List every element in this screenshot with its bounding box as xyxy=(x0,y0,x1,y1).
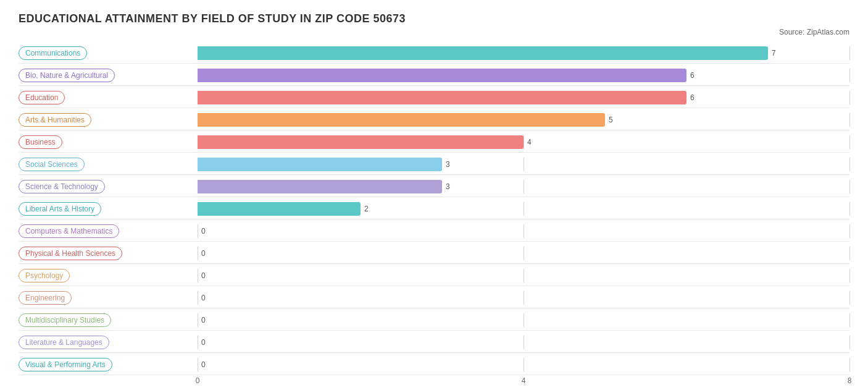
chart-title: EDUCATIONAL ATTAINMENT BY FIELD OF STUDY… xyxy=(19,12,849,25)
grid-line xyxy=(849,313,850,327)
bar-area: 0 xyxy=(198,247,849,260)
field-label: Visual & Performing Arts xyxy=(19,358,112,371)
bar-area: 0 xyxy=(198,269,849,282)
bar-area: 0 xyxy=(198,224,849,238)
bar-label-area: Arts & Humanities xyxy=(19,113,198,127)
bar-value-label: 0 xyxy=(201,249,206,258)
bar-area: 4 xyxy=(198,135,849,149)
bar-area: 3 xyxy=(198,158,849,171)
bar-value-label: 0 xyxy=(201,338,206,347)
field-label: Computers & Mathematics xyxy=(19,224,119,238)
bar-area: 0 xyxy=(198,336,849,349)
bar-row: Psychology0 xyxy=(19,265,849,286)
bar-label-area: Multidisciplinary Studies xyxy=(19,313,198,327)
bar-fill xyxy=(198,202,361,216)
bar-fill xyxy=(198,113,605,127)
x-axis: 048 xyxy=(198,376,849,389)
field-label: Business xyxy=(19,135,62,149)
field-label: Liberal Arts & History xyxy=(19,202,101,216)
bar-value-label: 2 xyxy=(364,205,369,213)
bar-fill xyxy=(198,69,686,82)
field-label: Psychology xyxy=(19,269,70,282)
grid-line xyxy=(849,336,850,349)
bar-area: 6 xyxy=(198,91,849,104)
bar-fill xyxy=(198,158,442,171)
bar-label-area: Engineering xyxy=(19,291,198,305)
bar-row: Arts & Humanities5 xyxy=(19,109,849,130)
chart-container: Communications7Bio, Nature & Agricultura… xyxy=(19,43,849,389)
bar-area: 7 xyxy=(198,46,849,60)
field-label: Education xyxy=(19,91,65,104)
field-label: Literature & Languages xyxy=(19,336,109,349)
bar-label-area: Social Sciences xyxy=(19,158,198,171)
bar-fill xyxy=(198,135,524,149)
bar-label-area: Physical & Health Sciences xyxy=(19,247,198,260)
bar-label-area: Computers & Mathematics xyxy=(19,224,198,238)
bar-area: 2 xyxy=(198,202,849,216)
grid-line xyxy=(849,180,850,193)
bar-value-label: 6 xyxy=(690,71,695,80)
bar-row: Engineering0 xyxy=(19,287,849,308)
bar-fill xyxy=(198,46,768,60)
bar-area: 3 xyxy=(198,180,849,193)
bar-row: Liberal Arts & History2 xyxy=(19,198,849,219)
grid-line xyxy=(849,158,850,171)
bar-row: Communications7 xyxy=(19,43,849,64)
bar-value-label: 3 xyxy=(446,182,450,191)
bar-area: 5 xyxy=(198,113,849,127)
bar-fill xyxy=(198,180,442,193)
field-label: Bio, Nature & Agricultural xyxy=(19,69,115,82)
bar-value-label: 7 xyxy=(772,49,776,57)
x-tick: 8 xyxy=(848,376,852,385)
bar-area: 0 xyxy=(198,358,849,371)
bar-area: 0 xyxy=(198,291,849,305)
bar-row: Social Sciences3 xyxy=(19,154,849,175)
bar-row: Science & Technology3 xyxy=(19,176,849,197)
grid-line xyxy=(849,135,850,149)
bar-value-label: 5 xyxy=(609,116,613,124)
grid-line xyxy=(849,247,850,260)
field-label: Engineering xyxy=(19,291,72,305)
bar-row: Multidisciplinary Studies0 xyxy=(19,310,849,331)
bar-value-label: 0 xyxy=(201,227,206,235)
bar-value-label: 0 xyxy=(201,316,206,324)
bar-value-label: 3 xyxy=(446,160,450,169)
grid-line xyxy=(849,291,850,305)
bar-row: Business4 xyxy=(19,132,849,153)
bar-value-label: 0 xyxy=(201,271,206,280)
bar-value-label: 0 xyxy=(201,360,206,369)
grid-line xyxy=(849,113,850,127)
grid-line xyxy=(849,202,850,216)
bar-area: 6 xyxy=(198,69,849,82)
grid-line xyxy=(849,69,850,82)
bar-label-area: Business xyxy=(19,135,198,149)
bar-label-area: Communications xyxy=(19,46,198,60)
field-label: Science & Technology xyxy=(19,180,105,193)
field-label: Arts & Humanities xyxy=(19,113,91,127)
field-label: Physical & Health Sciences xyxy=(19,247,122,260)
bar-row: Literature & Languages0 xyxy=(19,332,849,353)
source-label: Source: ZipAtlas.com xyxy=(19,28,849,36)
grid-line xyxy=(849,46,850,60)
field-label: Multidisciplinary Studies xyxy=(19,313,111,327)
bar-label-area: Literature & Languages xyxy=(19,336,198,349)
x-tick: 0 xyxy=(196,376,200,385)
bar-label-area: Visual & Performing Arts xyxy=(19,358,198,371)
bar-label-area: Psychology xyxy=(19,269,198,282)
bar-label-area: Bio, Nature & Agricultural xyxy=(19,69,198,82)
bar-label-area: Science & Technology xyxy=(19,180,198,193)
bar-label-area: Liberal Arts & History xyxy=(19,202,198,216)
grid-line xyxy=(849,269,850,282)
field-label: Social Sciences xyxy=(19,158,85,171)
bar-row: Physical & Health Sciences0 xyxy=(19,243,849,264)
bar-value-label: 6 xyxy=(690,93,695,102)
field-label: Communications xyxy=(19,46,87,60)
bar-value-label: 4 xyxy=(527,138,532,146)
x-tick: 4 xyxy=(522,376,526,385)
bar-area: 0 xyxy=(198,313,849,327)
bar-label-area: Education xyxy=(19,91,198,104)
grid-line xyxy=(849,358,850,371)
bar-value-label: 0 xyxy=(201,294,206,302)
bar-row: Education6 xyxy=(19,87,849,108)
bar-row: Bio, Nature & Agricultural6 xyxy=(19,65,849,86)
